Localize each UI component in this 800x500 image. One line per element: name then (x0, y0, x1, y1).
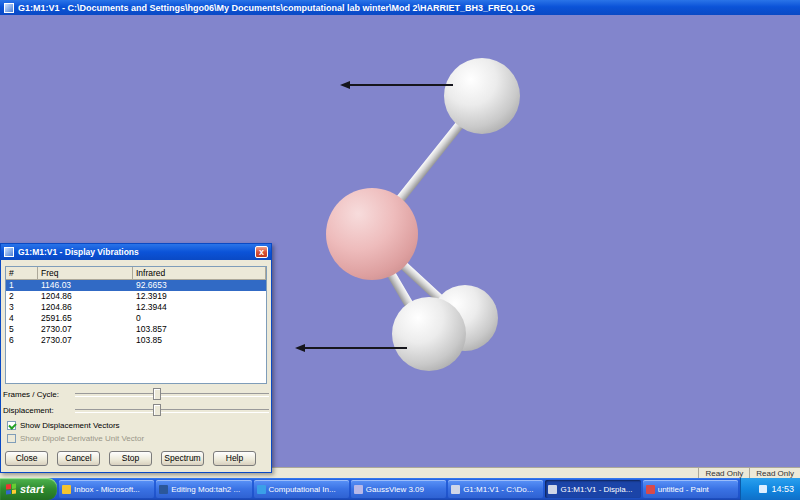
hydrogen-atom-bottom-left[interactable] (392, 297, 466, 371)
tray-icon[interactable] (759, 485, 767, 493)
dialog-titlebar[interactable]: G1:M1:V1 - Display Vibrations x (1, 244, 271, 260)
close-button[interactable]: Close (5, 451, 48, 466)
frames-per-cycle-label: Frames / Cycle: (3, 390, 75, 399)
status-read-only-1: Read Only (698, 468, 749, 479)
spectrum-button[interactable]: Spectrum (161, 451, 204, 466)
frames-per-cycle-slider[interactable] (75, 387, 269, 401)
row-infrared: 12.3944 (133, 302, 266, 313)
show-displacement-vectors-row[interactable]: Show Displacement Vectors (7, 420, 120, 431)
taskbar-items: Inbox - Microsoft... Editing Mod:tah2 ..… (57, 478, 740, 500)
internet-explorer-icon (257, 485, 266, 494)
word-icon (159, 485, 168, 494)
dialog-button-row: Close Cancel Stop Spectrum Help (5, 451, 267, 466)
taskbar-item-label: G1:M1:V1 - C:\Do... (463, 485, 533, 494)
taskbar-item-paint[interactable]: untitled - Paint (643, 480, 738, 498)
displacement-vector-top-arrowhead (340, 81, 350, 89)
taskbar-item-gaussview-window[interactable]: G1:M1:V1 - C:\Do... (448, 480, 543, 498)
table-row[interactable]: 6 2730.07 103.85 (6, 335, 266, 346)
taskbar-item-label: Editing Mod:tah2 ... (171, 485, 240, 494)
row-infrared: 92.6653 (133, 280, 266, 291)
help-button[interactable]: Help (213, 451, 256, 466)
row-num: 4 (6, 313, 38, 324)
taskbar-item-word[interactable]: Editing Mod:tah2 ... (156, 480, 251, 498)
close-icon[interactable]: x (255, 246, 268, 258)
boron-atom[interactable] (326, 188, 418, 280)
displacement-vector-bottom (304, 347, 407, 349)
row-infrared: 103.85 (133, 335, 266, 346)
taskbar-item-label: untitled - Paint (658, 485, 709, 494)
displacement-slider[interactable] (75, 403, 269, 417)
taskbar-item-label: Computational In... (269, 485, 336, 494)
gaussview-app-icon (4, 3, 14, 13)
table-header: # Freq Infrared (6, 267, 266, 280)
table-row[interactable]: 2 1204.86 12.3919 (6, 291, 266, 302)
taskbar-item-outlook[interactable]: Inbox - Microsoft... (59, 480, 154, 498)
row-infrared: 0 (133, 313, 266, 324)
start-button-label: start (20, 483, 44, 495)
main-window-titlebar[interactable]: G1:M1:V1 - C:\Documents and Settings\hgo… (0, 0, 800, 15)
show-displacement-vectors-label: Show Displacement Vectors (20, 421, 120, 430)
taskbar-item-browser[interactable]: Computational In... (254, 480, 349, 498)
displacement-vector-bottom-arrowhead (295, 344, 305, 352)
displacement-vector-top (349, 84, 453, 86)
row-freq: 2591.65 (38, 313, 133, 324)
gaussview-icon (354, 485, 363, 494)
taskbar-item-display-vibrations[interactable]: G1:M1:V1 - Displa... (545, 480, 640, 498)
dialog-title: G1:M1:V1 - Display Vibrations (18, 247, 139, 257)
taskbar-item-gaussview[interactable]: GaussView 3.09 (351, 480, 446, 498)
frames-slider-thumb[interactable] (153, 388, 161, 400)
row-infrared: 103.857 (133, 324, 266, 335)
show-dipole-checkbox (7, 434, 16, 443)
hydrogen-atom-top[interactable] (444, 58, 520, 134)
displacement-row: Displacement: (3, 403, 269, 417)
start-button[interactable]: start (0, 478, 57, 500)
row-num: 3 (6, 302, 38, 313)
dialog-icon (4, 247, 14, 257)
display-vibrations-dialog: G1:M1:V1 - Display Vibrations x # Freq I… (0, 243, 272, 473)
row-freq: 1204.86 (38, 302, 133, 313)
col-header-infrared[interactable]: Infrared (133, 267, 266, 280)
row-freq: 2730.07 (38, 324, 133, 335)
row-num: 5 (6, 324, 38, 335)
taskbar-item-label: GaussView 3.09 (366, 485, 424, 494)
system-tray: 14:53 (740, 478, 800, 500)
show-dipole-label: Show Dipole Derivative Unit Vector (20, 434, 144, 443)
table-row[interactable]: 5 2730.07 103.857 (6, 324, 266, 335)
row-num: 2 (6, 291, 38, 302)
frames-per-cycle-row: Frames / Cycle: (3, 387, 269, 401)
displacement-label: Displacement: (3, 406, 75, 415)
vibrations-table[interactable]: # Freq Infrared 1 1146.03 92.6653 2 1204… (5, 266, 267, 384)
clock[interactable]: 14:53 (771, 484, 794, 494)
row-num: 6 (6, 335, 38, 346)
row-freq: 1146.03 (38, 280, 133, 291)
taskbar-item-label: G1:M1:V1 - Displa... (560, 485, 632, 494)
row-freq: 2730.07 (38, 335, 133, 346)
show-displacement-vectors-checkbox[interactable] (7, 421, 16, 430)
cancel-button[interactable]: Cancel (57, 451, 100, 466)
col-header-freq[interactable]: Freq (38, 267, 133, 280)
show-dipole-row: Show Dipole Derivative Unit Vector (7, 433, 144, 444)
molecule-window-icon (451, 485, 460, 494)
status-read-only-2: Read Only (749, 468, 800, 479)
dialog-window-icon (548, 485, 557, 494)
table-row[interactable]: 4 2591.65 0 (6, 313, 266, 324)
row-num: 1 (6, 280, 38, 291)
paint-icon (646, 485, 655, 494)
taskbar: start Inbox - Microsoft... Editing Mod:t… (0, 478, 800, 500)
displacement-slider-thumb[interactable] (153, 404, 161, 416)
table-row[interactable]: 1 1146.03 92.6653 (6, 280, 266, 291)
windows-logo-icon (6, 483, 16, 494)
outlook-icon (62, 485, 71, 494)
row-infrared: 12.3919 (133, 291, 266, 302)
desktop: G1:M1:V1 - C:\Documents and Settings\hgo… (0, 0, 800, 500)
row-freq: 1204.86 (38, 291, 133, 302)
table-row[interactable]: 3 1204.86 12.3944 (6, 302, 266, 313)
main-window-title: G1:M1:V1 - C:\Documents and Settings\hgo… (18, 3, 535, 13)
col-header-num[interactable]: # (6, 267, 38, 280)
taskbar-item-label: Inbox - Microsoft... (74, 485, 140, 494)
stop-button[interactable]: Stop (109, 451, 152, 466)
